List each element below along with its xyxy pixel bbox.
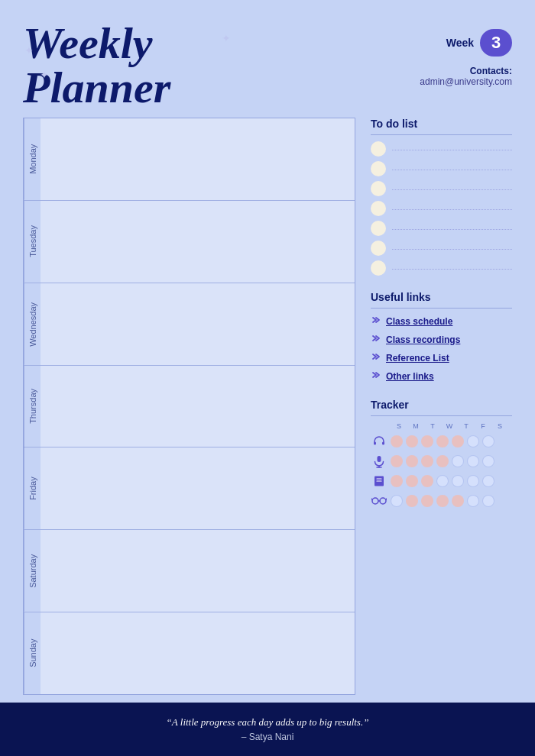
star-deco-1: ✦ bbox=[24, 44, 34, 57]
week-badge: Week 3 bbox=[446, 29, 512, 57]
tracker-dot[interactable] bbox=[406, 475, 418, 487]
day-content-wednesday[interactable] bbox=[41, 283, 355, 365]
link-text[interactable]: Class schedule bbox=[386, 316, 452, 327]
tracker-dot[interactable] bbox=[391, 435, 403, 447]
todo-circle[interactable] bbox=[371, 141, 386, 157]
day-content-saturday[interactable] bbox=[41, 530, 355, 612]
link-arrow-icon bbox=[371, 370, 381, 383]
tracker-section: Tracker SMTWTFS bbox=[371, 399, 512, 512]
tracker-dot[interactable] bbox=[406, 455, 418, 467]
tracker-dot[interactable] bbox=[421, 455, 433, 467]
svg-point-8 bbox=[372, 498, 378, 504]
tracker-dot[interactable] bbox=[467, 475, 479, 487]
tracker-dot[interactable] bbox=[436, 475, 449, 487]
day-label-thursday: Thursday bbox=[24, 366, 41, 447]
todo-line bbox=[392, 229, 512, 230]
tracker-dot[interactable] bbox=[391, 475, 403, 487]
todo-circle[interactable] bbox=[371, 201, 386, 216]
todo-circle[interactable] bbox=[371, 181, 386, 196]
tracker-dots bbox=[391, 435, 494, 447]
todo-circle[interactable] bbox=[371, 241, 386, 256]
tracker-divider bbox=[371, 415, 512, 416]
link-text[interactable]: Other links bbox=[386, 371, 434, 382]
day-content-sunday[interactable] bbox=[41, 612, 355, 694]
todo-item bbox=[371, 260, 512, 276]
tracker-dot[interactable] bbox=[421, 475, 433, 487]
tracker-dot[interactable] bbox=[391, 495, 403, 507]
main-content: MondayTuesdayWednesdayThursdayFridaySatu… bbox=[0, 118, 535, 703]
tracker-dot[interactable] bbox=[482, 475, 494, 487]
day-row: Sunday bbox=[24, 612, 355, 694]
link-item[interactable]: Class recordings bbox=[371, 333, 512, 347]
tracker-icon-book bbox=[371, 473, 387, 489]
tracker-dot[interactable] bbox=[467, 435, 479, 447]
schedule-wrapper: MondayTuesdayWednesdayThursdayFridaySatu… bbox=[23, 118, 355, 695]
links-title: Useful links bbox=[371, 291, 512, 303]
day-row: Friday bbox=[24, 447, 355, 530]
tracker-dot[interactable] bbox=[421, 495, 433, 507]
day-row: Thursday bbox=[24, 366, 355, 448]
link-text[interactable]: Reference List bbox=[386, 353, 449, 363]
tracker-dot[interactable] bbox=[482, 455, 494, 467]
tracker-dot[interactable] bbox=[436, 455, 449, 467]
todo-circle[interactable] bbox=[371, 260, 386, 276]
tracker-row bbox=[371, 493, 512, 509]
tracker-dot[interactable] bbox=[421, 435, 433, 447]
tracker-dot[interactable] bbox=[452, 495, 464, 507]
tracker-dot[interactable] bbox=[467, 495, 479, 507]
header: Weekly Planner Week 3 Contacts: admin@un… bbox=[0, 0, 535, 118]
todo-line bbox=[392, 150, 512, 150]
todo-line bbox=[392, 209, 512, 210]
page-container: ✦ ✦ ✦ Weekly Planner Week 3 Contacts: ad… bbox=[0, 0, 535, 756]
day-content-friday[interactable] bbox=[41, 447, 355, 529]
tracker-dots bbox=[391, 475, 494, 487]
tracker-day-label: T bbox=[459, 422, 473, 430]
contacts-block: Contacts: admin@university.com bbox=[420, 66, 512, 87]
todo-line bbox=[392, 170, 512, 170]
link-item[interactable]: Other links bbox=[371, 370, 512, 383]
tracker-row bbox=[371, 473, 512, 489]
tracker-dot[interactable] bbox=[452, 475, 464, 487]
tracker-dot[interactable] bbox=[406, 495, 418, 507]
header-right: Week 3 Contacts: admin@university.com bbox=[420, 21, 512, 87]
tracker-day-label: S bbox=[392, 422, 406, 430]
tracker-dot[interactable] bbox=[482, 435, 494, 447]
schedule-section: MondayTuesdayWednesdayThursdayFridaySatu… bbox=[23, 118, 355, 695]
day-label-monday: Monday bbox=[24, 118, 41, 200]
todo-circle[interactable] bbox=[371, 221, 386, 236]
link-text[interactable]: Class recordings bbox=[386, 334, 460, 345]
day-row: Monday bbox=[24, 118, 355, 201]
tracker-dot[interactable] bbox=[391, 455, 403, 467]
day-label-friday: Friday bbox=[24, 447, 41, 529]
title-weekly: Weekly bbox=[23, 21, 170, 66]
tracker-icon-mic bbox=[371, 453, 387, 470]
sidebar: To do list Useful links Class scheduleCl… bbox=[371, 118, 512, 695]
tracker-dot[interactable] bbox=[406, 435, 418, 447]
tracker-dot[interactable] bbox=[482, 495, 494, 507]
todo-line bbox=[392, 189, 512, 190]
tracker-dot[interactable] bbox=[452, 435, 464, 447]
tracker-dot[interactable] bbox=[452, 455, 464, 467]
links-items: Class scheduleClass recordingsReference … bbox=[371, 315, 512, 383]
tracker-icon-headphones bbox=[371, 433, 387, 450]
todo-item bbox=[371, 221, 512, 236]
tracker-icon-glasses bbox=[371, 493, 387, 509]
contacts-label: Contacts: bbox=[420, 66, 512, 76]
tracker-dot[interactable] bbox=[467, 455, 479, 467]
star-deco-3: ✦ bbox=[222, 32, 231, 45]
tracker-dots bbox=[391, 495, 494, 507]
links-divider bbox=[371, 308, 512, 309]
tracker-dot[interactable] bbox=[436, 495, 449, 507]
todo-circle[interactable] bbox=[371, 161, 386, 176]
day-content-monday[interactable] bbox=[41, 118, 355, 200]
tracker-day-label: T bbox=[426, 422, 439, 430]
links-section: Useful links Class scheduleClass recordi… bbox=[371, 291, 512, 388]
day-label-sunday: Sunday bbox=[24, 612, 41, 694]
day-content-thursday[interactable] bbox=[41, 366, 355, 447]
link-item[interactable]: Class schedule bbox=[371, 315, 512, 328]
footer-author: – Satya Nani bbox=[242, 732, 294, 742]
day-content-tuesday[interactable] bbox=[41, 201, 355, 283]
tracker-day-label: W bbox=[443, 422, 456, 430]
tracker-dot[interactable] bbox=[436, 435, 449, 447]
link-item[interactable]: Reference List bbox=[371, 351, 512, 365]
